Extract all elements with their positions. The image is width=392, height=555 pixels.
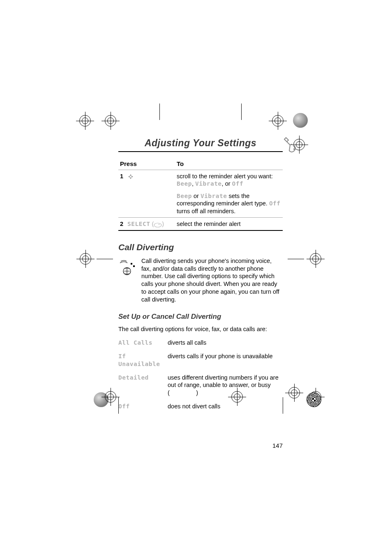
- to-cell: select the reminder alert: [175, 217, 283, 230]
- intro-text: Call diverting sends your phone's incomi…: [141, 257, 283, 304]
- definition-term: All Calls: [118, 339, 168, 347]
- page-number: 147: [272, 442, 283, 449]
- to-cell: scroll to the reminder alert you want: B…: [175, 170, 283, 190]
- definition-row: All Calls diverts all calls: [118, 339, 283, 347]
- table-row: 2 SELECT () select the reminder alert: [118, 217, 283, 230]
- softkey-icon: [154, 222, 162, 227]
- to-cell: Beep or Vibrate sets the corresponding r…: [175, 190, 283, 217]
- definition-term: Detailed: [118, 374, 168, 397]
- definition-desc: does not divert calls: [168, 403, 283, 410]
- table-row: 1 scroll to the reminder alert you want:…: [118, 170, 283, 190]
- definition-row: Off does not divert calls: [118, 403, 283, 410]
- subsection-heading: Set Up or Cancel Call Diverting: [118, 313, 283, 321]
- svg-rect-6: [133, 265, 135, 267]
- definition-desc: diverts calls if your phone is unavailab…: [168, 352, 283, 368]
- wrench-icon: [282, 137, 298, 153]
- svg-rect-5: [131, 263, 132, 265]
- subsection-intro: The call diverting options for voice, fa…: [118, 325, 283, 333]
- press-cell: [126, 170, 175, 218]
- step-number: 1: [118, 170, 126, 218]
- instruction-table: Press To 1 scroll to the reminder alert …: [118, 158, 283, 231]
- definition-row: If Unavailable diverts calls if your pho…: [118, 352, 283, 368]
- svg-point-3: [159, 224, 159, 225]
- definition-row: Detailed uses different diverting number…: [118, 374, 283, 397]
- nav-key-icon: [127, 173, 134, 180]
- definition-term: Off: [118, 403, 168, 410]
- definition-list: All Calls diverts all calls If Unavailab…: [118, 339, 283, 410]
- page-title: Adjusting Your Settings: [118, 138, 283, 152]
- page-content: Adjusting Your Settings Press To 1 scrol…: [118, 138, 283, 416]
- section-heading: Call Diverting: [118, 242, 283, 252]
- svg-point-0: [293, 148, 295, 150]
- definition-desc: uses different diverting numbers if you …: [168, 374, 283, 397]
- definition-desc: diverts all calls: [168, 339, 283, 347]
- svg-point-1: [130, 176, 132, 178]
- to-column-header: To: [175, 158, 283, 170]
- intro-block: Call diverting sends your phone's incomi…: [118, 257, 283, 304]
- press-column-header: Press: [118, 158, 175, 170]
- svg-point-2: [154, 223, 161, 227]
- network-icon: [118, 259, 136, 278]
- press-cell: SELECT (): [126, 217, 175, 230]
- step-number: 2: [118, 217, 126, 230]
- definition-term: If Unavailable: [118, 352, 168, 368]
